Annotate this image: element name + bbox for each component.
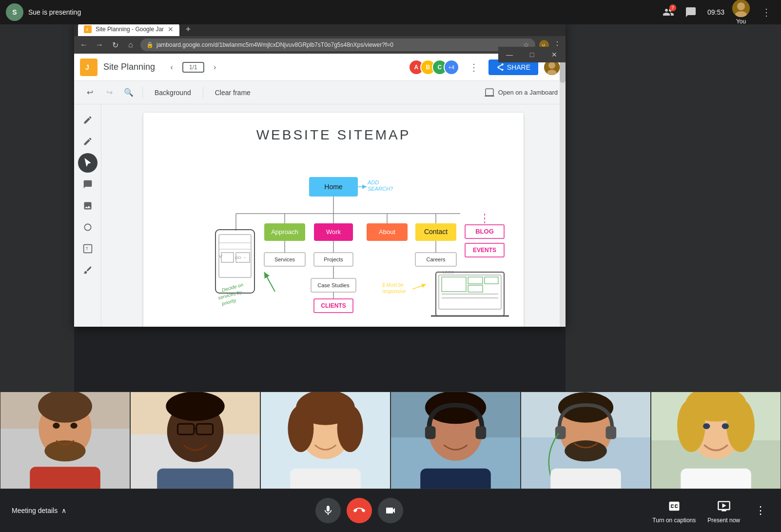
svg-text:Projects: Projects	[324, 256, 343, 262]
url-bar[interactable]: 🔒 jamboard.google.com/d/1bwlanmc5m4Wmjlc…	[140, 39, 535, 51]
next-frame-button[interactable]: ›	[208, 60, 222, 74]
jamboard-header: J Site Planning ‹ 1/1 › A B C +4 ⋮ SHARE	[74, 54, 566, 81]
minimize-button[interactable]: —	[498, 47, 521, 62]
svg-point-117	[565, 440, 607, 461]
svg-rect-77	[442, 277, 466, 292]
shape-tool[interactable]	[78, 217, 98, 237]
tab-title: Site Planning - Google Jamboard	[96, 26, 164, 33]
svg-point-10	[548, 62, 555, 69]
sticky-note-tool[interactable]	[78, 175, 98, 194]
redo-button[interactable]: ↪	[101, 85, 117, 100]
pen-tool[interactable]	[78, 110, 98, 130]
svg-rect-89	[30, 467, 100, 489]
svg-rect-13	[485, 96, 494, 97]
svg-text:J: J	[85, 63, 89, 71]
svg-point-95	[166, 392, 224, 421]
top-bar: S Sue is presenting 7 09:53 You	[0, 0, 781, 24]
toolbar-separator-2	[203, 87, 203, 99]
svg-point-14	[84, 224, 91, 230]
prev-frame-button[interactable]: ‹	[165, 60, 178, 74]
svg-text:About: About	[379, 228, 395, 236]
svg-point-104	[337, 405, 363, 452]
svg-text:Careers: Careers	[426, 256, 446, 262]
svg-rect-127	[681, 469, 751, 489]
captions-button[interactable]: Turn on captions	[652, 497, 696, 524]
microphone-button[interactable]	[315, 498, 341, 523]
time-display: 09:53	[707, 8, 724, 16]
svg-line-67	[264, 272, 275, 292]
jamboard-logo: J	[80, 59, 98, 76]
undo-button[interactable]: ↩	[82, 85, 98, 100]
jamboard-canvas[interactable]: WEBSITE SITEMAP Home ADD	[101, 104, 566, 327]
laser-tool[interactable]	[78, 260, 98, 280]
svg-point-90	[53, 423, 59, 429]
new-tab-button[interactable]: +	[181, 22, 195, 36]
home-button[interactable]: ⌂	[125, 39, 137, 51]
more-options-button-bottom[interactable]: ⋮	[752, 502, 769, 519]
browser-tab-active[interactable]: J Site Planning - Google Jamboard ✕	[78, 22, 179, 36]
svg-point-126	[726, 399, 755, 452]
svg-rect-80	[485, 277, 498, 284]
end-call-button[interactable]	[347, 498, 372, 523]
close-button[interactable]: ✕	[543, 47, 566, 62]
svg-text:Work: Work	[326, 228, 341, 236]
controls-right: Turn on captions Present now ⋮	[652, 497, 769, 524]
present-now-label: Present now	[707, 517, 740, 524]
jamboard-body: T WEBSITE SITEMAP	[74, 104, 566, 327]
svg-rect-110	[425, 426, 436, 439]
present-icon	[715, 497, 733, 515]
text-box-tool[interactable]: T	[78, 239, 98, 258]
svg-text:J: J	[86, 27, 88, 32]
svg-rect-79	[468, 285, 483, 292]
camera-button[interactable]	[378, 498, 403, 523]
svg-text:Case Studies: Case Studies	[317, 282, 350, 288]
call-controls	[315, 498, 403, 523]
frame-indicator: 1/1	[182, 62, 204, 73]
jamboard-app: J Site Planning ‹ 1/1 › A B C +4 ⋮ SHARE	[74, 54, 566, 327]
marker-tool[interactable]	[78, 132, 98, 151]
tab-favicon: J	[84, 25, 92, 33]
chat-button[interactable]	[682, 3, 700, 21]
vertical-scrollbar[interactable]	[560, 54, 566, 327]
svg-text:Contact: Contact	[424, 228, 448, 236]
collaborator-avatars: A B C +4	[409, 59, 459, 75]
svg-rect-12	[486, 89, 493, 96]
svg-rect-111	[475, 426, 486, 439]
svg-text:EVENTS: EVENTS	[473, 247, 496, 254]
people-button[interactable]: 7	[663, 6, 674, 18]
open-on-jamboard-button[interactable]: Open on a Jamboard	[498, 89, 558, 96]
tab-close-button[interactable]: ✕	[168, 25, 174, 33]
meeting-details-label: Meeting details	[12, 507, 58, 514]
user-avatar[interactable]	[732, 0, 750, 17]
svg-point-116	[558, 392, 613, 423]
svg-point-88	[44, 440, 85, 461]
more-options-button[interactable]: ⋮	[758, 3, 775, 21]
svg-point-109	[425, 392, 486, 424]
url-text: jamboard.google.com/d/1bwlanmc5m4WmjlcxD…	[156, 41, 393, 48]
background-button[interactable]: Background	[149, 87, 197, 99]
svg-point-125	[677, 399, 705, 452]
svg-point-1	[737, 2, 745, 10]
back-button[interactable]: ←	[78, 39, 90, 51]
svg-point-129	[722, 423, 729, 429]
forward-button[interactable]: →	[94, 39, 105, 51]
zoom-button[interactable]: 🔍	[121, 85, 137, 100]
image-tool[interactable]	[78, 196, 98, 216]
presenter-name: Sue is presenting	[28, 8, 81, 16]
select-tool[interactable]	[78, 153, 98, 173]
svg-rect-30	[221, 253, 234, 262]
canvas-frame: WEBSITE SITEMAP Home ADD	[143, 113, 524, 327]
refresh-button[interactable]: ↻	[109, 39, 121, 51]
svg-text:$ Must be: $ Must be	[382, 282, 404, 288]
clear-frame-button[interactable]: Clear frame	[209, 87, 256, 99]
meeting-details-button[interactable]: Meeting details ∧	[12, 507, 66, 514]
presenter-avatar: S	[6, 3, 23, 21]
maximize-button[interactable]: □	[521, 47, 543, 62]
svg-rect-112	[420, 469, 491, 489]
svg-text:Home: Home	[324, 183, 343, 191]
present-now-button[interactable]: Present now	[707, 497, 740, 524]
top-right-controls: 7 09:53 You ⋮	[663, 0, 775, 25]
svg-text:CLIENTS: CLIENTS	[321, 302, 346, 309]
jamboard-menu-button[interactable]: ⋮	[465, 59, 483, 76]
svg-point-128	[703, 423, 710, 429]
